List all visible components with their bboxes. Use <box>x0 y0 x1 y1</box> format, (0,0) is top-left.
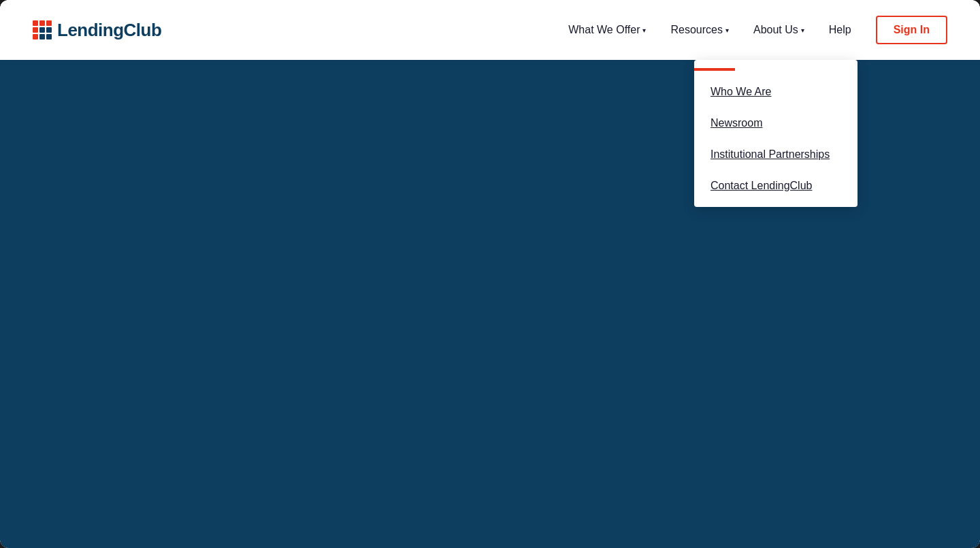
nav-label-help: Help <box>829 24 851 36</box>
navbar: LendingClub What We Offer ▾ Resources ▾ … <box>0 0 980 60</box>
about-us-dropdown: Who We Are Newsroom Institutional Partne… <box>694 60 858 207</box>
logo-text: LendingClub <box>57 20 161 41</box>
nav-item-resources[interactable]: Resources ▾ <box>659 18 739 42</box>
dropdown-item-contact-lendingclub[interactable]: Contact LendingClub <box>694 170 858 202</box>
dropdown-menu: Who We Are Newsroom Institutional Partne… <box>694 60 858 207</box>
nav-label-resources: Resources <box>670 24 722 36</box>
signin-button[interactable]: Sign In <box>876 16 947 44</box>
chevron-down-icon: ▾ <box>801 27 804 34</box>
dropdown-item-who-we-are[interactable]: Who We Are <box>694 76 858 108</box>
nav-label-what-we-offer: What We Offer <box>568 24 640 36</box>
nav-item-what-we-offer[interactable]: What We Offer ▾ <box>557 18 657 42</box>
nav-links: What We Offer ▾ Resources ▾ About Us ▾ H… <box>557 16 947 44</box>
nav-item-help[interactable]: Help <box>818 18 862 42</box>
dropdown-item-newsroom[interactable]: Newsroom <box>694 108 858 139</box>
logo[interactable]: LendingClub <box>33 20 161 41</box>
nav-label-about-us: About Us <box>753 24 798 36</box>
nav-item-about-us[interactable]: About Us ▾ <box>742 18 815 42</box>
chevron-down-icon: ▾ <box>642 27 646 34</box>
dropdown-indicator <box>694 68 735 71</box>
logo-grid-icon <box>33 20 52 39</box>
dropdown-item-institutional-partnerships[interactable]: Institutional Partnerships <box>694 139 858 170</box>
chevron-down-icon: ▾ <box>725 27 729 34</box>
